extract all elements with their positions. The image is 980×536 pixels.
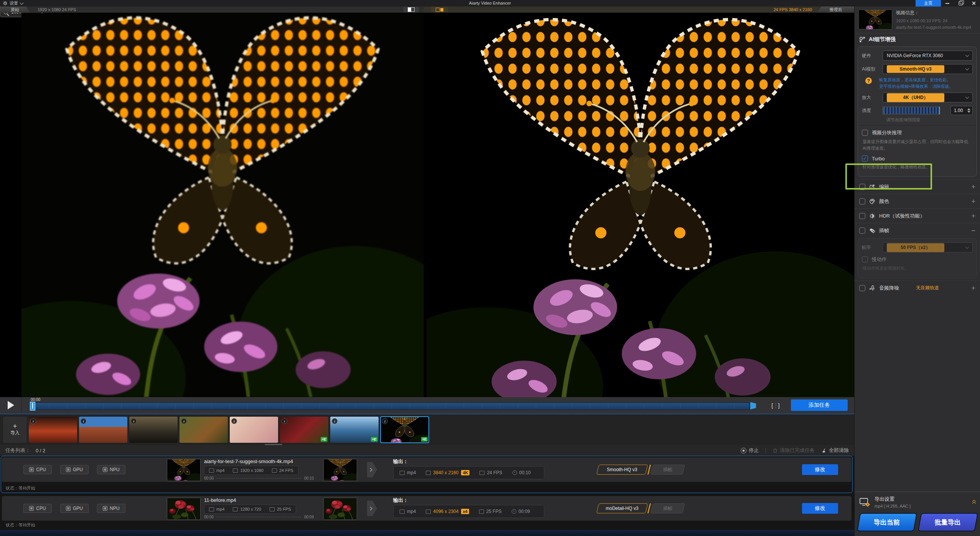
media-thumbnail-mountain-lake[interactable]: i+E	[330, 417, 379, 443]
step-up-icon[interactable]	[967, 108, 970, 110]
input-format-chips: mp4 1920 x 1080 24 FPS	[204, 466, 298, 475]
media-thumbnail-butterfly[interactable]: i +E	[380, 417, 429, 443]
enhanced-badge: +E	[371, 437, 377, 442]
edit-checkbox[interactable]	[859, 184, 865, 190]
timeline-end-handle[interactable]	[750, 402, 756, 409]
resolution-icon	[426, 510, 431, 514]
interp-section-row[interactable]: 插帧 −	[855, 223, 980, 237]
media-thumbnail-squirrel[interactable]: i	[180, 417, 228, 443]
media-thumbnail-canyon[interactable]: i	[79, 417, 127, 443]
import-button[interactable]: + 导入	[3, 417, 27, 443]
hardware-select[interactable]: NVIDIA GeForce RTX 3060	[883, 51, 973, 61]
enhanced-preview-image	[427, 13, 854, 397]
strength-slider[interactable]	[883, 107, 940, 114]
cpu-chip[interactable]: CPU	[23, 465, 52, 474]
npu-chip[interactable]: NPU	[97, 465, 125, 474]
hdr-checkbox[interactable]	[859, 213, 865, 219]
gear-icon	[3, 1, 7, 5]
palette-icon	[869, 198, 875, 205]
framerate-label: 帧率	[862, 244, 883, 251]
maximize-button[interactable]	[954, 0, 967, 7]
media-strip: + 导入 i i i i i i+E i+E i +E	[0, 414, 854, 445]
slowmo-checkbox[interactable]	[862, 256, 868, 262]
split-view-toggle[interactable]	[404, 7, 419, 12]
export-settings-icon	[859, 497, 871, 507]
help-icon[interactable]: ?	[865, 78, 872, 84]
info-icon: i	[181, 418, 187, 424]
close-button[interactable]	[967, 0, 980, 7]
media-thumbnail-sleeping-baby[interactable]: i	[230, 417, 278, 443]
task-output-thumbnail	[323, 459, 357, 481]
add-task-button[interactable]: 添加任务	[791, 399, 848, 411]
expand-icon[interactable]: +	[971, 285, 975, 292]
minimize-icon	[945, 3, 949, 4]
chevron-down-icon	[20, 1, 24, 5]
cpu-chip[interactable]: CPU	[23, 504, 52, 513]
clear-all-button[interactable]: 全部清除	[822, 447, 849, 454]
clear-completed-button[interactable]: 清除已完成任务	[773, 447, 815, 454]
stop-button[interactable]: 停止	[741, 447, 759, 454]
gpu-chip[interactable]: GPU	[60, 504, 89, 513]
expand-icon[interactable]: +	[971, 213, 975, 219]
tab-result[interactable]: 推理后	[817, 7, 854, 13]
video-info-thumbnail	[858, 10, 892, 30]
gpu-icon	[66, 467, 71, 472]
trim-range-button[interactable]: []	[768, 402, 783, 409]
current-time-label: 00:00	[31, 397, 40, 402]
task-input-thumbnail	[167, 459, 201, 481]
export-settings-block[interactable]: 导出设置 mp4 [ H.265, AAC ]	[855, 491, 980, 511]
fps-icon	[270, 507, 275, 511]
tile-inference-checkbox[interactable]	[862, 130, 868, 136]
audio-denoise-checkbox[interactable]	[859, 285, 865, 291]
framerate-value-pill: 50 FPS（x2）	[887, 243, 944, 252]
turbo-checkbox[interactable]: ✓	[862, 155, 868, 162]
strength-label: 强度	[862, 107, 883, 114]
framerate-select[interactable]: 50 FPS（x2）	[883, 242, 973, 252]
color-checkbox[interactable]	[859, 198, 865, 205]
collapse-icon[interactable]: −	[971, 227, 975, 234]
task-model-settings[interactable]: moDetail-HQ v3 插帧	[596, 503, 685, 513]
expand-icon[interactable]: +	[971, 183, 975, 190]
collapse-up-icon[interactable]	[973, 500, 975, 504]
task-filename: 11-before.mp4	[204, 497, 319, 503]
interp-checkbox[interactable]	[859, 228, 865, 234]
expand-icon[interactable]: +	[971, 198, 975, 205]
trim-end: 00:10	[304, 476, 314, 480]
hdr-section-row[interactable]: HDR（试验性功能） +	[855, 208, 980, 223]
model-pill: moDetail-HQ v3	[596, 503, 648, 513]
strength-stepper[interactable]: 1.00	[950, 106, 973, 115]
interp-pill: 插帧	[651, 503, 685, 513]
edit-section-row[interactable]: 编辑 +	[855, 179, 980, 194]
timeline-track[interactable]	[31, 402, 749, 410]
media-thumbnail-classic-car[interactable]: i	[129, 417, 178, 443]
info-icon: i	[131, 418, 137, 424]
trim-range[interactable]: 00:00 00:10	[204, 476, 314, 480]
task-model-settings[interactable]: Smooth-HQ v3 插帧	[596, 465, 685, 475]
broom-icon	[822, 448, 827, 453]
settings-menu[interactable]: 设置	[0, 0, 23, 7]
task-file-info: aiarty-for-test-7-suggest-smooth-4k.mp4 …	[204, 458, 319, 480]
task-row[interactable]: CPU GPU NPU aiarty-for-test-7-suggest-sm…	[1, 456, 853, 493]
original-resolution-label: 1920 x 1080 24 FPS	[38, 7, 76, 12]
media-thumbnail-sunset-harbor[interactable]: i	[29, 417, 77, 443]
media-thumbnail-red-flowers[interactable]: i+E	[280, 417, 328, 443]
side-by-side-view-toggle[interactable]	[431, 7, 448, 12]
ai-model-select[interactable]: Smooth-HQ v3	[883, 64, 973, 74]
audio-denoise-row[interactable]: 音频降噪 无音频轨道 +	[855, 280, 980, 295]
color-section-row[interactable]: 颜色 +	[855, 194, 980, 208]
task-row[interactable]: CPU GPU NPU 11-before.mp4 mp4 1280 x 720…	[1, 495, 853, 530]
export-batch-button[interactable]: 批量导出	[917, 513, 978, 531]
upscale-select[interactable]: 4K（UHD）	[883, 92, 973, 102]
tab-original[interactable]: 原始	[0, 7, 30, 13]
modify-button[interactable]: 修改	[802, 464, 838, 475]
minimize-button[interactable]	[941, 0, 954, 7]
step-down-icon[interactable]	[967, 111, 970, 113]
modify-button[interactable]: 修改	[802, 503, 838, 514]
play-button[interactable]	[0, 397, 22, 413]
npu-chip[interactable]: NPU	[97, 504, 125, 513]
playhead-handle[interactable]	[30, 402, 35, 411]
export-current-button[interactable]: 导出当前	[857, 513, 917, 531]
home-button[interactable]: 主页	[916, 0, 941, 7]
gpu-chip[interactable]: GPU	[60, 465, 89, 474]
trim-range[interactable]: 00:00 00:09	[204, 515, 314, 519]
